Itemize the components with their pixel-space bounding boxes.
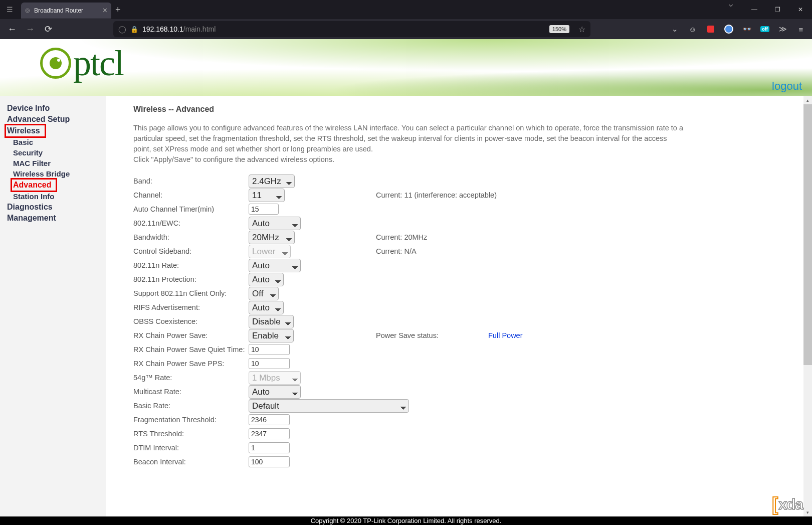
insecure-lock-icon[interactable]: 🔒 [130,26,138,33]
rifs-label: RIFS Advertisement: [133,303,249,311]
browser-toolbar: ← → ⟳ ◯ 🔒 192.168.10.1/main.html 150% ☆ … [0,19,812,39]
rxps-pps-label: RX Chain Power Save PPS: [133,360,249,368]
save-pocket-icon[interactable]: ⌄ [668,22,682,36]
tab-favicon: ◎ [25,7,30,14]
control-sideband-label: Control Sideband: [133,247,249,255]
rts-label: RTS Threshold: [133,430,249,438]
account-icon[interactable]: ☺ [686,22,700,36]
zoom-level-badge[interactable]: 150% [549,25,569,33]
extension-icon-2[interactable] [722,22,736,36]
rifs-select[interactable]: Auto [249,301,284,314]
control-sideband-select: Lower [249,245,291,258]
rts-input[interactable] [249,428,290,439]
bookmark-star-icon[interactable]: ☆ [578,25,585,34]
obss-select[interactable]: Disable [249,315,294,328]
basic-rate-label: Basic Rate: [133,402,249,410]
tabs-overview-icon[interactable]: ☰ [0,6,19,14]
sidebar-diagnostics[interactable]: Diagnostics [7,202,106,213]
window-close-button[interactable]: ✕ [789,0,812,19]
beacon-input[interactable] [249,456,290,467]
extension-icon-1[interactable] [704,22,718,36]
protection-select[interactable]: Auto [249,273,284,286]
nav-reload-button[interactable]: ⟳ [40,21,56,37]
page-description: This page allows you to configure advanc… [133,123,685,165]
logo: ptcl [40,45,123,81]
watermark: [xda [772,494,803,515]
tab-title: Broadband Router [34,7,83,14]
beacon-label: Beacon Interval: [133,458,249,466]
band-label: Band: [133,177,249,185]
scroll-down-icon[interactable]: ▾ [803,508,812,516]
sidebar-advanced[interactable]: Advanced [7,179,106,191]
content-scrollbar[interactable]: ▴ ▾ [803,96,812,516]
sidebar-mac-filter[interactable]: MAC Filter [7,158,106,168]
auto-channel-timer-input[interactable] [249,204,279,215]
nav-back-button[interactable]: ← [4,21,20,37]
protection-label: 802.11n Protection: [133,275,249,283]
window-maximize-button[interactable]: ❐ [766,0,789,19]
auto-channel-timer-label: Auto Channel Timer(min) [133,205,249,213]
extensions-overflow-icon[interactable]: ≫ [776,22,790,36]
sidebar-wireless[interactable]: Wireless [7,125,106,137]
band-select[interactable]: 2.4GHz [249,174,295,188]
extension-glasses-icon[interactable]: 👓 [740,22,754,36]
rate54g-select: 1 Mbps [249,371,301,385]
main-content: Wireless -- Advanced This page allows yo… [106,96,812,516]
client-only-select[interactable]: Off [249,287,279,300]
tracking-shield-icon[interactable]: ◯ [118,25,126,33]
mcast-label: Multicast Rate: [133,388,249,396]
rxps-select[interactable]: Enable [249,329,294,342]
bandwidth-status: Current: 20MHz [376,233,427,241]
sidebar-device-info[interactable]: Device Info [7,103,106,114]
basic-rate-select[interactable]: Default [249,399,409,413]
browser-tab[interactable]: ◎ Broadband Router × [21,3,111,19]
rxps-quiet-input[interactable] [249,344,290,355]
window-minimize-button[interactable]: ― [743,0,766,19]
tabs-dropdown-icon[interactable]: ⌵ [729,0,733,19]
frag-input[interactable] [249,414,290,425]
app-menu-button[interactable]: ≡ [794,22,808,36]
dtim-input[interactable] [249,442,290,453]
rxps-pps-input[interactable] [249,358,290,369]
browser-titlebar: ☰ ◎ Broadband Router × + ⌵ ― ❐ ✕ [0,0,812,19]
scroll-thumb[interactable] [803,104,812,365]
sidebar-security[interactable]: Security [7,147,106,158]
frag-label: Fragmentation Threshold: [133,416,249,424]
channel-label: Channel: [133,191,249,199]
obss-label: OBSS Coexistence: [133,317,249,325]
ewc-label: 802.11n/EWC: [133,219,249,227]
bandwidth-label: Bandwidth: [133,233,249,241]
tab-close-icon[interactable]: × [103,6,107,15]
rxps-quiet-label: RX Chain Power Save Quiet Time: [133,345,249,354]
extension-off-badge[interactable]: off [758,22,772,36]
logout-link[interactable]: logout [772,80,802,93]
rate-n-select[interactable]: Auto [249,259,301,272]
channel-select[interactable]: 11 [249,189,285,202]
page-banner: ptcl logout [0,39,812,96]
mcast-select[interactable]: Auto [249,385,301,399]
sidebar-basic[interactable]: Basic [7,137,106,147]
sidebar-wireless-bridge[interactable]: Wireless Bridge [7,168,106,179]
url-bar[interactable]: ◯ 🔒 192.168.10.1/main.html 150% ☆ [113,21,590,37]
logo-icon [40,48,71,79]
bandwidth-select[interactable]: 20MHz [249,231,295,244]
sidebar-nav: Device Info Advanced Setup Wireless Basi… [0,96,106,516]
logo-text: ptcl [73,45,123,81]
url-text: 192.168.10.1/main.html [142,25,216,33]
nav-forward-button: → [22,21,38,37]
sidebar-station-info[interactable]: Station Info [7,191,106,202]
ewc-select[interactable]: Auto [249,217,301,230]
new-tab-button[interactable]: + [115,5,121,15]
rxps-status-label: Power Save status: [376,331,488,339]
sidebar-management[interactable]: Management [7,213,106,224]
control-sideband-status: Current: N/A [376,247,417,255]
page-footer: Copyright © 2020 TP-Link Corporation Lim… [0,516,812,525]
scroll-up-icon[interactable]: ▴ [803,96,812,104]
rxps-status-value: Full Power [488,331,523,339]
rxps-label: RX Chain Power Save: [133,331,249,339]
rate54g-label: 54g™ Rate: [133,374,249,382]
client-only-label: Support 802.11n Client Only: [133,289,249,297]
sidebar-advanced-setup[interactable]: Advanced Setup [7,114,106,125]
dtim-label: DTIM Interval: [133,444,249,452]
rate-n-label: 802.11n Rate: [133,261,249,269]
